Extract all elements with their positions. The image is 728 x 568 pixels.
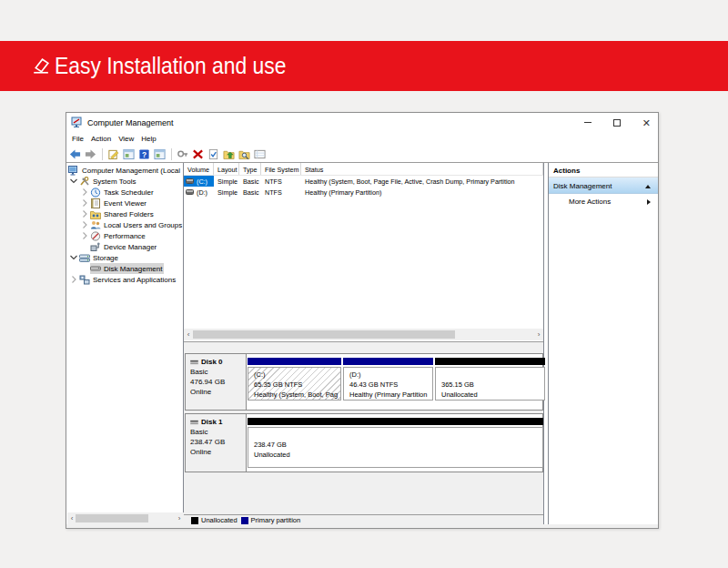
console-tree: Computer Management (LocalSystem ToolsTa… — [66, 163, 184, 525]
partition-color-bar — [435, 358, 545, 365]
chevron-right-icon[interactable] — [79, 208, 90, 219]
folder-search-icon[interactable] — [238, 148, 250, 160]
tree-item-computer-management-local[interactable]: Computer Management (Local — [66, 165, 183, 176]
delete-icon[interactable] — [192, 148, 204, 160]
disk-meta: Basic — [190, 427, 246, 437]
tree-item-disk-management[interactable]: Disk Management — [66, 263, 183, 274]
column-header-status[interactable]: Status — [301, 163, 543, 175]
tree-item-label: Local Users and Groups — [101, 221, 182, 229]
menu-file[interactable]: File — [72, 135, 84, 143]
legend-color-unallocated — [191, 517, 198, 524]
help-icon[interactable]: ? — [138, 148, 150, 160]
chevron-down-icon[interactable] — [68, 176, 79, 187]
scroll-right-arrow[interactable]: › — [534, 329, 543, 340]
popup-window-icon[interactable] — [177, 148, 188, 160]
legend-color-primary-partition — [241, 517, 248, 524]
scroll-left-arrow[interactable]: ‹ — [184, 329, 193, 340]
tree-item-event-viewer[interactable]: Event Viewer — [66, 198, 183, 208]
tree-item-label: Services and Applications — [90, 276, 176, 284]
tree-item-services-and-applications[interactable]: Services and Applications — [66, 274, 183, 285]
partitions: (C:)65.35 GB NTFSHealthy (System, Boot, … — [248, 354, 542, 410]
volume-list-hscrollbar: ‹ › — [184, 329, 543, 340]
partition-text-line — [254, 430, 542, 440]
volume-row-c[interactable]: (C:)SimpleBasicNTFSHealthy (System, Boot… — [184, 176, 543, 187]
tree-item-label: Storage — [90, 254, 118, 262]
check-document-icon[interactable] — [207, 148, 219, 160]
volume-icon — [186, 189, 194, 195]
scroll-thumb[interactable] — [76, 514, 148, 522]
console-window-icon[interactable] — [154, 148, 166, 160]
expander-blank — [79, 241, 90, 252]
tree-item-task-scheduler[interactable]: Task Scheduler — [66, 187, 183, 198]
tree-item-device-manager[interactable]: Device Manager — [66, 241, 183, 252]
console-window-icon[interactable] — [123, 148, 135, 160]
scroll-thumb[interactable] — [193, 330, 455, 339]
disk-label-1[interactable]: Disk 1Basic238.47 GBOnline — [186, 414, 247, 472]
type-cell: Basic — [239, 178, 261, 186]
menubar: FileActionViewHelp — [66, 132, 658, 146]
chevron-right-icon[interactable] — [79, 230, 90, 241]
chevron-down-icon[interactable] — [68, 252, 79, 263]
collapse-icon[interactable] — [645, 185, 651, 188]
layout-cell: Simple — [214, 178, 239, 186]
close-button[interactable]: ✕ — [642, 118, 651, 127]
partition-color-bar — [248, 418, 543, 425]
tree-item-label: Shared Folders — [101, 210, 154, 218]
menu-view[interactable]: View — [118, 135, 134, 143]
partition-unallocated[interactable]: 238.47 GBUnallocated — [248, 414, 543, 472]
folder-up-icon[interactable] — [223, 148, 235, 160]
details-view-icon[interactable] — [254, 148, 266, 160]
volume-icon — [186, 178, 194, 184]
tree-item-inner: Services and Applications — [79, 274, 177, 285]
partition-info-box: (C:)65.35 GB NTFSHealthy (System, Boot, … — [248, 367, 341, 401]
partition-unallocated[interactable]: 365.15 GBUnallocated — [435, 354, 545, 410]
tree-item-local-users-and-groups[interactable]: Local Users and Groups — [66, 219, 183, 230]
disk-block-0: Disk 0Basic476.94 GBOnline(C:)65.35 GB N… — [185, 353, 543, 411]
disk-management-icon — [90, 264, 101, 274]
partition-info-box: 238.47 GBUnallocated — [248, 427, 543, 468]
maximize-button[interactable] — [613, 119, 621, 127]
volume-label: (C:) — [197, 178, 207, 186]
actions-header: Actions — [549, 163, 658, 178]
minimize-button[interactable] — [584, 122, 592, 123]
forward-icon[interactable] — [85, 148, 96, 160]
tree-item-system-tools[interactable]: System Tools — [66, 176, 183, 187]
tree-item-inner: Event Viewer — [90, 198, 148, 208]
chevron-right-icon[interactable] — [68, 274, 79, 285]
menu-action[interactable]: Action — [91, 135, 111, 143]
column-header-volume[interactable]: Volume — [184, 163, 214, 175]
column-header-layout[interactable]: Layout — [214, 163, 239, 175]
column-header-file-system[interactable]: File System — [261, 163, 301, 175]
volume-cell: (D:) — [184, 187, 214, 198]
tree-item-inner: Storage — [79, 252, 120, 263]
tree-item-shared-folders[interactable]: Shared Folders — [66, 208, 183, 219]
menu-help[interactable]: Help — [141, 135, 156, 143]
partition-d[interactable]: (D:)46.43 GB NTFSHealthy (Primary Partit… — [343, 354, 433, 410]
tree-item-inner: Shared Folders — [90, 208, 156, 219]
column-header-type[interactable]: Type — [239, 163, 261, 175]
scroll-right-arrow[interactable]: › — [175, 512, 184, 524]
back-icon[interactable] — [69, 148, 81, 160]
legend-label: Primary partition — [251, 516, 301, 524]
partition-c[interactable]: (C:)65.35 GB NTFSHealthy (System, Boot, … — [248, 354, 341, 410]
export-icon[interactable] — [107, 148, 119, 160]
chevron-right-icon[interactable] — [79, 198, 90, 208]
partition-color-bar — [343, 358, 433, 365]
chevron-right-icon[interactable] — [79, 187, 90, 198]
actions-disk-management[interactable]: Disk Management — [549, 178, 658, 194]
titlebar: Computer Management ✕ — [66, 113, 658, 132]
partitions: 238.47 GBUnallocated — [248, 414, 542, 472]
disk-meta: Online — [190, 387, 246, 397]
tree-item-storage[interactable]: Storage — [66, 252, 183, 263]
volume-row-d[interactable]: (D:)SimpleBasicNTFSHealthy (Primary Part… — [184, 187, 543, 198]
disk-label-0[interactable]: Disk 0Basic476.94 GBOnline — [186, 354, 247, 410]
disk-block-1: Disk 1Basic238.47 GBOnline238.47 GBUnall… — [185, 413, 543, 472]
tree-item-performance[interactable]: Performance — [66, 230, 183, 241]
partition-text-line: 365.15 GB — [441, 380, 544, 390]
services-icon — [79, 275, 90, 285]
actions-more-actions[interactable]: More Actions — [549, 194, 658, 208]
window-bottom-strip — [66, 524, 658, 528]
tree-item-label: Performance — [101, 232, 146, 240]
chevron-right-icon[interactable] — [79, 219, 90, 230]
system-tools-icon — [79, 177, 90, 187]
